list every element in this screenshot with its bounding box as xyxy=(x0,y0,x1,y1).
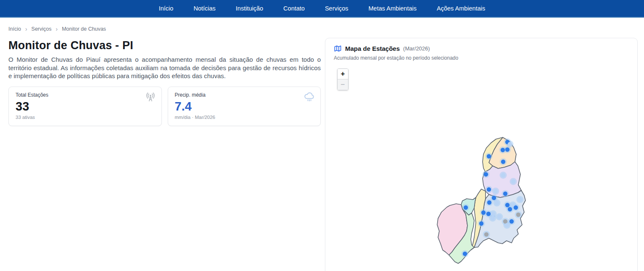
station-marker xyxy=(494,189,498,193)
station-marker xyxy=(511,179,515,184)
map-icon xyxy=(334,45,342,53)
station-marker xyxy=(487,154,491,158)
station-marker xyxy=(486,212,491,216)
nav-item-contato[interactable]: Contato xyxy=(283,5,305,12)
station-marker xyxy=(484,172,488,176)
station-marker xyxy=(505,223,509,227)
station-marker xyxy=(463,252,467,256)
map-panel-subtitle: Acumulado mensal por estação no período … xyxy=(334,55,629,61)
station-marker xyxy=(464,205,468,210)
zoom-out-button[interactable]: − xyxy=(338,79,348,90)
station-marker xyxy=(514,205,518,210)
zoom-in-button[interactable]: + xyxy=(338,69,348,79)
stat-label: Precip. média xyxy=(175,92,314,98)
station-marker xyxy=(508,142,512,146)
stat-subtext: 33 ativas xyxy=(16,115,155,120)
stat-card-precip-media: Precip. média 7.4 mm/dia · Mar/2026 xyxy=(168,87,321,126)
station-marker xyxy=(505,203,509,207)
broadcast-tower-icon xyxy=(145,91,156,105)
nav-item-servicos[interactable]: Serviços xyxy=(325,5,348,12)
piaui-stations-map[interactable] xyxy=(431,133,528,271)
station-marker xyxy=(479,221,483,226)
page-description: O Monitor de Chuvas do Piauí apresenta o… xyxy=(8,55,321,80)
station-marker xyxy=(484,232,488,237)
map-zoom-control: + − xyxy=(337,68,348,90)
station-marker xyxy=(491,212,495,216)
stat-value: 7.4 xyxy=(175,100,314,113)
breadcrumb-separator: › xyxy=(25,26,27,32)
station-marker xyxy=(501,173,505,177)
station-marker xyxy=(503,219,507,224)
nav-item-noticias[interactable]: Notícias xyxy=(193,5,215,12)
map-stage: + − xyxy=(325,63,637,271)
nav-item-instituicao[interactable]: Instituição xyxy=(236,5,263,12)
breadcrumb-inicio[interactable]: Início xyxy=(8,26,21,32)
nav-item-inicio[interactable]: Início xyxy=(159,5,174,12)
map-panel-header: Mapa de Estações (Mar/2026) Acumulado me… xyxy=(325,38,637,61)
station-marker xyxy=(497,215,501,219)
map-panel-period: (Mar/2026) xyxy=(403,45,430,52)
breadcrumb: Início › Serviços › Monitor de Chuvas xyxy=(0,18,644,32)
station-marker xyxy=(491,216,495,220)
breadcrumb-separator: › xyxy=(56,26,58,32)
station-marker xyxy=(492,196,496,200)
station-marker xyxy=(509,219,514,224)
station-marker xyxy=(505,147,509,152)
content-column: Monitor de Chuvas - PI O Monitor de Chuv… xyxy=(0,35,325,126)
nav-item-acoes-ambientais[interactable]: Ações Ambientais xyxy=(437,5,485,12)
station-marker xyxy=(495,201,499,205)
breadcrumb-monitor-de-chuvas: Monitor de Chuvas xyxy=(62,26,106,32)
page-title: Monitor de Chuvas - PI xyxy=(8,39,321,52)
breadcrumb-servicos[interactable]: Serviços xyxy=(32,26,52,32)
nav-item-metas-ambientais[interactable]: Metas Ambientais xyxy=(369,5,417,12)
station-marker xyxy=(508,207,512,211)
stat-label: Total Estações xyxy=(16,92,155,98)
map-panel-title: Mapa de Estações xyxy=(345,45,400,52)
station-marker xyxy=(503,192,507,196)
main-navbar: Início Notícias Instituição Contato Serv… xyxy=(0,0,644,18)
stat-value: 33 xyxy=(16,100,155,113)
station-marker xyxy=(516,213,520,217)
stat-subtext: mm/dia · Mar/2026 xyxy=(175,115,314,120)
stat-card-total-estacoes: Total Estações 33 33 ativas xyxy=(8,87,162,126)
station-marker xyxy=(481,210,486,215)
station-marker xyxy=(487,187,491,192)
station-marker xyxy=(487,200,491,205)
station-marker xyxy=(518,197,522,202)
station-marker xyxy=(501,160,505,164)
station-marker xyxy=(501,148,505,152)
cloud-rain-icon xyxy=(304,91,315,105)
stats-row: Total Estações 33 33 ativas Precip. médi… xyxy=(8,87,321,126)
map-panel: Mapa de Estações (Mar/2026) Acumulado me… xyxy=(325,38,638,271)
